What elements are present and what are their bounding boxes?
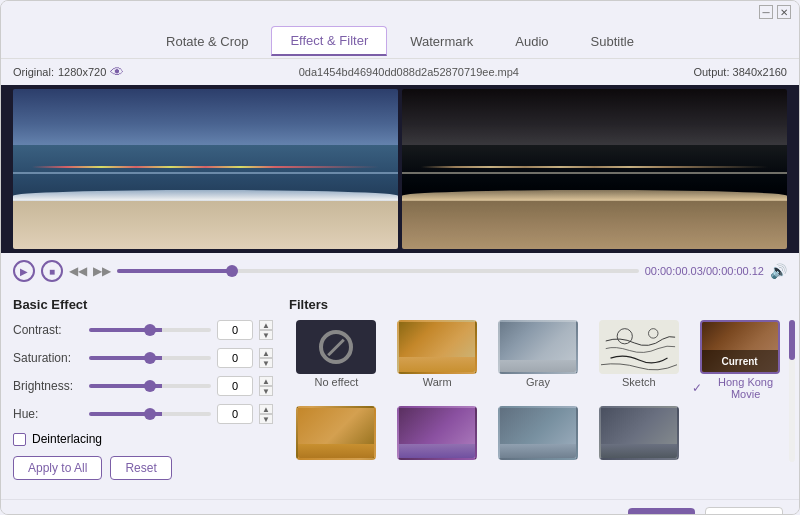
current-overlay: Current (722, 356, 758, 367)
saturation-slider[interactable] (89, 356, 211, 360)
contrast-value[interactable]: 0 (217, 320, 253, 340)
skip-back-button[interactable]: ◀◀ (69, 262, 87, 280)
tab-bar: Rotate & Crop Effect & Filter Watermark … (1, 23, 799, 59)
filter-thumb-row2-4 (599, 406, 679, 460)
eye-icon[interactable]: 👁 (110, 64, 124, 80)
filter-item-row2-1[interactable] (289, 406, 384, 462)
tab-audio[interactable]: Audio (496, 27, 567, 55)
original-info: Original: 1280x720 👁 (13, 64, 124, 80)
output-info: Output: 3840x2160 (693, 66, 787, 78)
video-panel-filtered (402, 89, 787, 249)
filter-thumb-row2-1 (296, 406, 376, 460)
filter-item-gray[interactable]: Gray (491, 320, 586, 400)
close-button[interactable]: ✕ (777, 5, 791, 19)
filter-thumb-warm (397, 320, 477, 374)
saturation-thumb[interactable] (144, 352, 156, 364)
saturation-down[interactable]: ▼ (259, 358, 273, 368)
filter-item-hk-movie[interactable]: Current ✓ Hong Kong Movie (692, 320, 787, 400)
saturation-spinners: ▲ ▼ (259, 348, 273, 368)
output-label: Output: (693, 66, 729, 78)
contrast-up[interactable]: ▲ (259, 320, 273, 330)
filter-label-no-effect: No effect (314, 376, 358, 388)
filter-scroll-area: No effect Warm Gray (289, 320, 787, 462)
hue-up[interactable]: ▲ (259, 404, 273, 414)
filter-label-gray: Gray (526, 376, 550, 388)
apply-all-button[interactable]: Apply to All (13, 456, 102, 480)
info-bar: Original: 1280x720 👁 0da1454bd46940dd088… (1, 59, 799, 85)
deinterlace-label: Deinterlacing (32, 432, 102, 446)
brightness-value[interactable]: 0 (217, 376, 253, 396)
hue-down[interactable]: ▼ (259, 414, 273, 424)
progress-thumb[interactable] (226, 265, 238, 277)
time-current: 00:00:00.03 (645, 265, 703, 277)
deinterlace-row: Deinterlacing (13, 432, 273, 446)
beach-buoys-left (32, 166, 379, 168)
beach-buoys-right (421, 166, 768, 168)
filter-thumb-gray (498, 320, 578, 374)
saturation-label: Saturation: (13, 351, 83, 365)
filter-item-row2-3[interactable] (491, 406, 586, 462)
filter-item-sketch[interactable]: Sketch (591, 320, 686, 400)
hue-thumb[interactable] (144, 408, 156, 420)
hue-slider[interactable] (89, 412, 211, 416)
hue-value[interactable]: 0 (217, 404, 253, 424)
no-effect-slash (328, 338, 346, 356)
filter-item-row2-2[interactable] (390, 406, 485, 462)
output-resolution: 3840x2160 (733, 66, 787, 78)
cancel-button[interactable]: Cancel (705, 507, 783, 515)
filter-item-warm[interactable]: Warm (390, 320, 485, 400)
filter-item-row2-4[interactable] (591, 406, 686, 462)
check-icon: ✓ (692, 381, 702, 395)
reset-button[interactable]: Reset (110, 456, 171, 480)
play-button[interactable]: ▶ (13, 260, 35, 282)
contrast-slider[interactable] (89, 328, 211, 332)
filter-scrollbar[interactable] (789, 320, 795, 462)
brightness-row: Brightness: 0 ▲ ▼ (13, 376, 273, 396)
deinterlace-checkbox[interactable] (13, 433, 26, 446)
sketch-svg (601, 322, 677, 373)
brightness-slider[interactable] (89, 384, 211, 388)
video-panel-original (13, 89, 398, 249)
action-buttons: Apply to All Reset (13, 456, 273, 480)
filter-thumb-hk-movie: Current (700, 320, 780, 374)
basic-effect-panel: Basic Effect Contrast: 0 ▲ ▼ Saturation:… (13, 297, 273, 491)
progress-fill (117, 269, 232, 273)
saturation-up[interactable]: ▲ (259, 348, 273, 358)
beach-sand-left (13, 201, 398, 249)
brightness-up[interactable]: ▲ (259, 376, 273, 386)
brightness-thumb[interactable] (144, 380, 156, 392)
tab-watermark[interactable]: Watermark (391, 27, 492, 55)
filter-thumb-no-effect (296, 320, 376, 374)
skip-forward-button[interactable]: ▶▶ (93, 262, 111, 280)
tab-rotate-crop[interactable]: Rotate & Crop (147, 27, 267, 55)
video-area (1, 85, 799, 253)
hue-label: Hue: (13, 407, 83, 421)
filter-label-sketch: Sketch (622, 376, 656, 388)
filter-label-warm: Warm (423, 376, 452, 388)
filter-thumb-row2-2 (397, 406, 477, 460)
contrast-label: Contrast: (13, 323, 83, 337)
filter-scrollbar-thumb[interactable] (789, 320, 795, 360)
brightness-down[interactable]: ▼ (259, 386, 273, 396)
brightness-label: Brightness: (13, 379, 83, 393)
tab-subtitle[interactable]: Subtitle (572, 27, 653, 55)
beach-sand-right (402, 201, 787, 249)
original-resolution: 1280x720 (58, 66, 106, 78)
contrast-down[interactable]: ▼ (259, 330, 273, 340)
filter-item-no-effect[interactable]: No effect (289, 320, 384, 400)
filter-thumb-sketch (599, 320, 679, 374)
tab-effect-filter[interactable]: Effect & Filter (271, 26, 387, 56)
hk-movie-text: Hong Kong Movie (704, 376, 787, 400)
svg-point-0 (617, 329, 632, 344)
main-content: Basic Effect Contrast: 0 ▲ ▼ Saturation:… (1, 289, 799, 499)
ok-button[interactable]: OK (628, 508, 695, 515)
saturation-value[interactable]: 0 (217, 348, 253, 368)
brightness-spinners: ▲ ▼ (259, 376, 273, 396)
contrast-thumb[interactable] (144, 324, 156, 336)
time-display: 00:00:00.03/00:00:00.12 (645, 265, 764, 277)
stop-button[interactable]: ■ (41, 260, 63, 282)
progress-track[interactable] (117, 269, 639, 273)
minimize-button[interactable]: ─ (759, 5, 773, 19)
volume-icon[interactable]: 🔊 (770, 263, 787, 279)
filters-grid: No effect Warm Gray (289, 320, 787, 462)
